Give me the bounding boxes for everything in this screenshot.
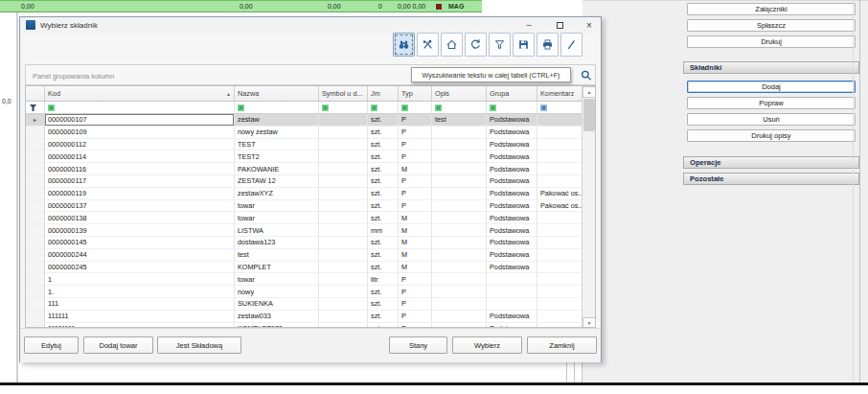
- cell-symbol: [319, 175, 368, 188]
- usu--button[interactable]: Usuń: [687, 113, 856, 126]
- filter-cell-komentarz[interactable]: [537, 102, 582, 114]
- table-row[interactable]: 0000000244testszt.MPodstawowa: [26, 249, 582, 262]
- close-button[interactable]: ×: [580, 18, 599, 32]
- filter-edit-icon[interactable]: [371, 104, 377, 111]
- scrollbar-thumb[interactable]: [583, 99, 595, 131]
- cell-typ: P: [399, 175, 432, 188]
- cell-jm: szt.: [368, 127, 399, 139]
- jest-skladowa-button[interactable]: Jest Składową: [157, 336, 241, 354]
- table-row[interactable]: 0000000138towarszt.MPodstawowa: [26, 212, 582, 224]
- filter-edit-icon[interactable]: [322, 104, 329, 111]
- filter-cell-symbol[interactable]: [319, 102, 368, 114]
- filter-edit-icon[interactable]: [238, 104, 244, 111]
- cell-grupa: Podstawowa: [487, 139, 537, 151]
- cell-symbol: [319, 262, 368, 274]
- column-header-typ[interactable]: Typ: [399, 86, 432, 102]
- vertical-scrollbar[interactable]: ▲ ▼: [582, 86, 595, 328]
- filter-edit-icon[interactable]: [490, 104, 496, 111]
- cell-opis: [432, 311, 487, 323]
- minimize-button[interactable]: –: [519, 18, 538, 32]
- filter-cell-kod[interactable]: [45, 102, 235, 114]
- cell-typ: P: [399, 188, 432, 200]
- cell-jm: szt.: [368, 249, 399, 262]
- table-row[interactable]: 0000000137towarszt.PPodstawowaPakować os…: [26, 200, 582, 213]
- cell-opis: [432, 127, 487, 139]
- section-header-pozostałe[interactable]: Pozostałe: [683, 173, 859, 185]
- table-row[interactable]: 0000000109nowy zestawszt.PPodstawowa: [26, 127, 582, 139]
- cell-nazwa: SUKIENKA: [235, 298, 319, 311]
- filter-cell-typ[interactable]: [399, 102, 432, 114]
- table-row[interactable]: 0000000112TESTszt.PPodstawowa: [26, 139, 582, 151]
- search-magnifier-icon[interactable]: [580, 69, 593, 82]
- drukuj-opisy-button[interactable]: Drukuj opisy: [687, 129, 856, 142]
- sp-aszcz-button[interactable]: Spłaszcz: [687, 19, 856, 32]
- stany-button[interactable]: Stany: [389, 336, 447, 354]
- table-row[interactable]: 0000000145dostawa123szt.MPodstawowa: [26, 237, 582, 249]
- cell-grupa: Podstawowa: [487, 151, 537, 163]
- summary-value: 0,00 0,00: [398, 3, 425, 10]
- column-header-symbol[interactable]: Symbol u d...: [319, 86, 368, 102]
- dodaj-towar-button[interactable]: Dodaj towar: [83, 336, 153, 354]
- cell-komentarz: [537, 114, 582, 127]
- table-row[interactable]: 0000000114TEST2szt.PPodstawowa: [26, 151, 582, 163]
- scroll-up-icon[interactable]: ▲: [582, 86, 596, 98]
- section-header-operacje[interactable]: Operacje: [683, 156, 859, 169]
- table-row[interactable]: 0000000116PAKOWANIEszt.MPodstawowa: [26, 163, 582, 175]
- refresh-button[interactable]: [465, 33, 487, 57]
- dodaj-button[interactable]: Dodaj: [687, 81, 856, 93]
- za-czniki-button[interactable]: Załączniki: [687, 3, 856, 15]
- maximize-button[interactable]: [550, 18, 569, 32]
- cell-kod: 0000000107: [45, 114, 235, 127]
- filter-edit-icon[interactable]: [401, 104, 408, 111]
- tools-button[interactable]: [417, 33, 439, 57]
- scroll-down-icon[interactable]: ▼: [582, 317, 596, 328]
- filter-edit-icon[interactable]: [48, 104, 55, 111]
- products-grid[interactable]: Kod▲NazwaSymbol u d...JmTypOpisGrupaKome…: [25, 85, 596, 328]
- zamknij-button[interactable]: Zamknij: [527, 336, 597, 354]
- search-binoculars-button[interactable]: [393, 33, 415, 57]
- table-row[interactable]: 111SUKIENKAszt.P: [26, 298, 582, 311]
- cell-jm: szt.: [368, 151, 399, 163]
- autofilter-row-indicator[interactable]: [26, 102, 45, 114]
- column-header-jm[interactable]: Jm: [368, 86, 399, 102]
- table-row[interactable]: 0000000117ZESTAW 12szt.PPodstawowa: [26, 175, 582, 188]
- filter-cell-nazwa[interactable]: [235, 102, 319, 114]
- popraw-button[interactable]: Popraw: [687, 97, 856, 109]
- column-header-komentarz[interactable]: Komentarz: [537, 86, 582, 102]
- column-header-nazwa[interactable]: Nazwa: [235, 86, 319, 102]
- wybierz-button[interactable]: Wybierz: [452, 336, 522, 354]
- summary-value: 0,00: [328, 3, 341, 10]
- column-header-kod[interactable]: Kod▲: [45, 86, 235, 102]
- filter-cell-jm[interactable]: [368, 102, 399, 114]
- filter-edit-icon[interactable]: [540, 104, 547, 111]
- grid-indicator-header[interactable]: [26, 86, 45, 102]
- cell-nazwa: zestaw: [235, 114, 319, 127]
- cell-opis: [432, 237, 487, 249]
- edit-pencil-button[interactable]: [560, 33, 582, 57]
- filter-edit-icon[interactable]: [435, 104, 442, 111]
- edytuj-button[interactable]: Edytuj: [24, 336, 79, 354]
- filter-cell-grupa[interactable]: [487, 102, 537, 114]
- filter-button[interactable]: [489, 33, 511, 57]
- search-binoculars-icon: [398, 38, 410, 51]
- filter-cell-opis[interactable]: [432, 102, 487, 114]
- table-row[interactable]: 0000000245KOMPLETszt.MPodstawowa: [26, 262, 582, 274]
- table-row[interactable]: ▸0000000107zestawszt.PtestPodstawowa: [26, 114, 582, 127]
- column-header-opis[interactable]: Opis: [432, 86, 487, 102]
- table-row[interactable]: 111111zestaw033szt.PPodstawowa: [26, 311, 582, 323]
- table-row[interactable]: 1.nowyszt.P: [26, 286, 582, 298]
- cell-typ: P: [399, 311, 432, 323]
- drukuj-button[interactable]: Drukuj: [687, 35, 856, 48]
- summary-value: 0,00: [240, 3, 253, 10]
- section-header-składniki[interactable]: Składniki: [683, 61, 859, 74]
- home-button[interactable]: [441, 33, 463, 57]
- table-row[interactable]: 0000000139LISTWAmmMPodstawowa: [26, 224, 582, 237]
- row-indicator: [26, 151, 45, 163]
- column-header-grupa[interactable]: Grupa: [487, 86, 537, 102]
- cell-opis: [432, 139, 487, 151]
- print-button[interactable]: [537, 33, 559, 57]
- table-row[interactable]: 1towarlitrP: [26, 273, 582, 286]
- table-row[interactable]: 0000000119zestawXYZszt.PPodstawowaPakowa…: [26, 188, 582, 200]
- cell-jm: szt.: [368, 139, 399, 151]
- save-button[interactable]: [513, 33, 535, 57]
